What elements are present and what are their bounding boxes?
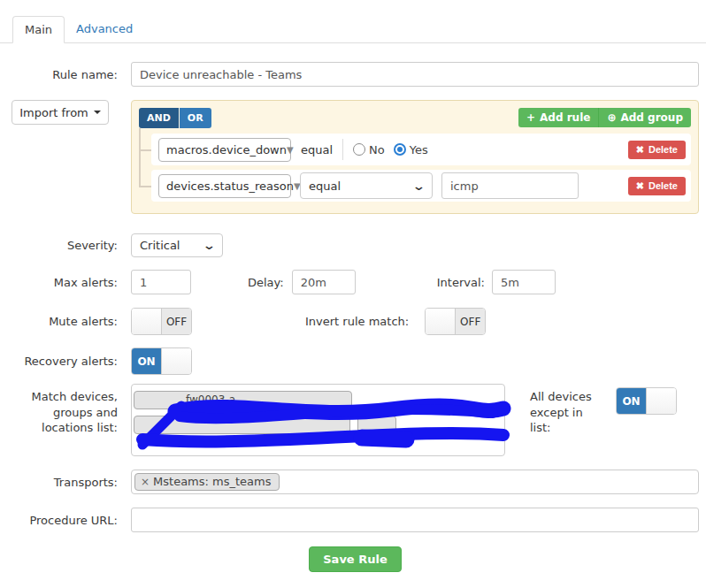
delay-input[interactable] (292, 270, 356, 294)
caret-down-icon (94, 111, 101, 114)
toggle-handle (161, 348, 191, 374)
rule1-field-select[interactable]: macros.device_down ▼ (158, 138, 291, 162)
rule1-radio-no[interactable]: No (353, 143, 385, 157)
plus-circle-icon: ⊕ (607, 111, 616, 124)
chevron-down-icon: ⌄ (203, 240, 216, 251)
all-devices-except-label: All devices except in list: (530, 389, 606, 436)
alert-timing-row: Max alerts: Delay: Interval: (12, 270, 699, 294)
rule2-operator-select[interactable]: equal ⌄ (300, 172, 433, 199)
rule2-delete-button[interactable]: ✖ Delete (628, 177, 686, 195)
mute-alerts-toggle[interactable]: OFF (131, 308, 192, 335)
max-alerts-input[interactable] (131, 270, 191, 294)
match-devices-row: Match devices, groups and locations list… (12, 384, 699, 456)
radio-unchecked-icon[interactable] (353, 143, 365, 156)
severity-row: Severity: Critical ⌄ (12, 233, 699, 257)
all-devices-except-group: All devices except in list: ON (530, 384, 677, 436)
radio-checked-icon[interactable] (394, 143, 406, 156)
device-tag[interactable] (134, 416, 350, 434)
severity-select[interactable]: Critical ⌄ (131, 233, 223, 257)
rule1-radio-yes[interactable]: Yes (394, 143, 428, 157)
device-tag[interactable] (357, 416, 396, 434)
rule-name-label: Rule name: (12, 68, 118, 81)
mute-alerts-label: Mute alerts: (12, 315, 118, 328)
rule2-field-select[interactable]: devices.status_reason ▼ (158, 174, 291, 198)
x-icon: ✖ (636, 180, 644, 192)
device-tag[interactable]: fw0003-a (134, 391, 352, 409)
match-list-label: Match devices, groups and locations list… (12, 384, 118, 436)
divider (342, 139, 343, 160)
invert-rule-match-label: Invert rule match: (305, 315, 409, 328)
toggle-handle (132, 309, 162, 334)
toggle-handle (646, 388, 676, 414)
rule1-operator-label: equal (301, 143, 333, 157)
remove-tag-icon[interactable]: × (141, 476, 150, 488)
dropdown-arrow-icon: ▼ (287, 145, 294, 155)
invert-rule-match-toggle[interactable]: OFF (425, 308, 486, 335)
rules-list: macros.device_down ▼ equal No Yes ✖ (151, 134, 691, 202)
tab-advanced[interactable]: Advanced (65, 16, 144, 43)
all-devices-except-toggle[interactable]: ON (616, 387, 677, 415)
procedure-url-label: Procedure URL: (12, 514, 118, 527)
transports-multiselect[interactable]: × Msteams: ms_teams (131, 470, 699, 494)
transports-label: Transports: (12, 476, 118, 489)
recovery-row: Recovery alerts: ON (12, 347, 699, 375)
add-rule-button[interactable]: + Add rule (518, 108, 598, 127)
severity-label: Severity: (12, 239, 118, 252)
or-button[interactable]: OR (180, 108, 211, 128)
mute-invert-row: Mute alerts: OFF Invert rule match: OFF (12, 308, 699, 335)
transport-tag[interactable]: × Msteams: ms_teams (134, 473, 280, 491)
query-builder-panel: AND OR + Add rule ⊕ Add group (131, 100, 699, 214)
rule1-delete-button[interactable]: ✖ Delete (628, 141, 686, 159)
chevron-down-icon: ⌄ (412, 180, 426, 192)
import-from-button[interactable]: Import from (12, 100, 109, 125)
rule2-value-input[interactable] (441, 172, 579, 199)
procedure-url-input[interactable] (131, 508, 699, 532)
recovery-alerts-label: Recovery alerts: (12, 355, 118, 368)
builder-row: Import from AND OR + Add rule ⊕ Add gro (12, 100, 699, 214)
tab-main[interactable]: Main (12, 16, 65, 43)
save-row: Save Rule (12, 546, 699, 572)
rule-name-row: Rule name: (12, 62, 699, 87)
save-rule-button[interactable]: Save Rule (309, 546, 402, 572)
and-button[interactable]: AND (139, 108, 179, 128)
recovery-alerts-toggle[interactable]: ON (131, 347, 192, 375)
delay-label: Delay: (248, 276, 284, 289)
interval-input[interactable] (492, 270, 556, 294)
match-devices-multiselect[interactable]: fw0003-a (131, 384, 505, 456)
interval-label: Interval: (437, 276, 485, 289)
tab-bar: Main Advanced (0, 16, 706, 43)
toggle-handle (426, 309, 456, 334)
plus-icon: + (526, 111, 535, 124)
rule-name-input[interactable] (131, 62, 699, 87)
add-group-button[interactable]: ⊕ Add group (598, 108, 691, 127)
rule-row-2: devices.status_reason ▼ equal ⌄ ✖ Delete (151, 170, 691, 202)
max-alerts-label: Max alerts: (12, 276, 118, 289)
add-buttons-group: + Add rule ⊕ Add group (518, 108, 691, 127)
andor-group: AND OR (139, 108, 211, 128)
import-from-label: Import from (19, 106, 88, 119)
rule-row-1: macros.device_down ▼ equal No Yes ✖ (151, 134, 691, 165)
transports-row: Transports: × Msteams: ms_teams (12, 470, 699, 494)
procedure-url-row: Procedure URL: (12, 508, 699, 532)
x-icon: ✖ (636, 144, 644, 156)
